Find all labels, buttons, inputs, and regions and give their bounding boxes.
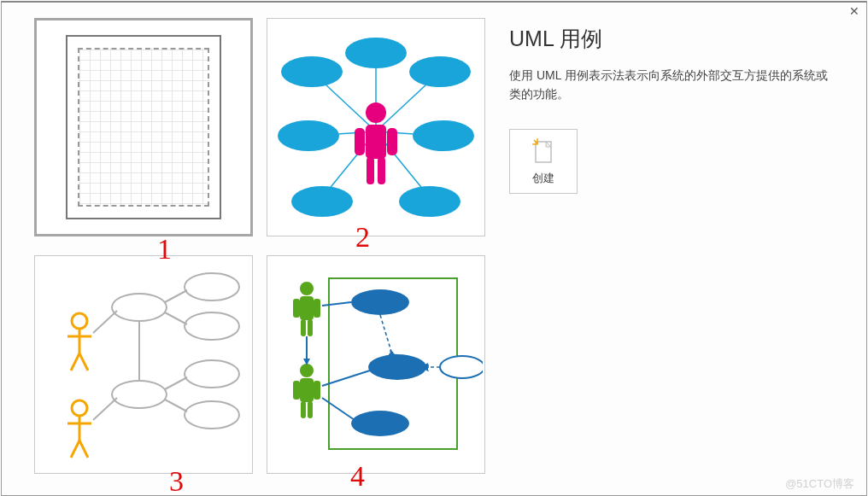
svg-point-25 [185,401,239,429]
template-usecase-actors[interactable] [34,255,253,474]
svg-line-27 [93,398,117,420]
template-dialog: ✕ [1,1,867,496]
grid-icon [78,48,209,207]
svg-rect-58 [314,299,320,318]
svg-point-61 [300,364,314,377]
svg-point-23 [112,381,167,408]
actor-icon [67,313,91,371]
svg-point-55 [300,282,314,295]
svg-rect-19 [378,157,385,184]
svg-line-50 [322,398,355,420]
svg-point-22 [185,312,239,340]
actor-icon [67,400,91,458]
create-button[interactable]: 创建 [509,129,578,194]
svg-point-45 [368,354,426,380]
close-icon[interactable]: ✕ [844,3,865,20]
svg-point-38 [72,400,87,416]
svg-rect-56 [300,296,314,320]
svg-rect-63 [293,381,300,400]
svg-rect-15 [366,125,386,159]
new-document-icon [531,137,556,166]
svg-point-20 [112,294,167,321]
template-usecase-system[interactable] [267,255,485,474]
create-label: 创建 [532,171,554,186]
actor-icon [355,102,397,184]
template-grid [34,18,487,476]
svg-line-42 [79,441,88,458]
svg-rect-64 [314,381,320,400]
svg-rect-66 [308,401,313,418]
svg-point-14 [366,102,386,123]
svg-line-26 [93,311,117,333]
svg-line-30 [165,377,187,389]
template-description: 使用 UML 用例表示法表示向系统的外部交互方提供的系统或类的功能。 [509,67,839,103]
actor-icon [293,364,320,418]
svg-rect-59 [301,319,306,336]
dialog-content: UML 用例 使用 UML 用例表示法表示向系统的外部交互方提供的系统或类的功能… [2,3,866,476]
usecase-system-icon [269,258,483,471]
svg-line-29 [165,312,187,324]
svg-rect-57 [293,299,300,318]
svg-rect-62 [300,378,314,402]
svg-rect-60 [308,319,313,336]
svg-point-7 [281,56,343,87]
svg-rect-16 [355,128,365,155]
template-title: UML 用例 [509,25,839,53]
svg-point-11 [413,120,474,151]
template-usecase-hub[interactable] [267,18,485,236]
svg-line-37 [79,353,88,371]
svg-point-46 [351,411,409,436]
svg-point-47 [440,356,483,378]
watermark: @51CTO博客 [785,476,854,492]
svg-point-10 [278,120,339,151]
svg-rect-17 [387,128,397,155]
usecase-hub-icon [269,20,483,234]
svg-line-36 [71,353,79,371]
usecase-actors-icon [37,258,250,471]
svg-point-33 [72,313,87,329]
details-panel: UML 用例 使用 UML 用例表示法表示向系统的外部交互方提供的系统或类的功能… [502,18,856,476]
svg-point-8 [345,38,407,68]
svg-line-31 [165,400,187,411]
template-blank[interactable] [34,18,253,236]
svg-line-48 [322,302,351,306]
svg-point-12 [291,186,353,217]
svg-point-21 [185,273,239,301]
svg-line-51 [380,315,392,354]
svg-rect-18 [367,157,374,184]
svg-point-24 [185,360,239,388]
actor-icon [293,282,320,336]
svg-rect-65 [301,401,306,418]
page-frame [66,35,221,219]
svg-point-13 [399,186,460,217]
svg-point-44 [351,289,409,315]
svg-line-28 [165,290,187,302]
svg-point-9 [409,56,471,87]
svg-line-41 [71,441,79,458]
